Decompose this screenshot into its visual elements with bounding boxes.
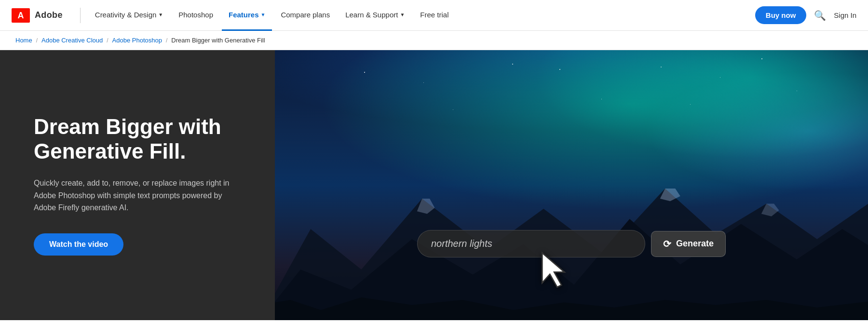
hero-left-panel: Dream Bigger with Generative Fill. Quick…	[0, 50, 275, 320]
generate-label: Generate	[676, 239, 714, 249]
nav-photoshop[interactable]: Photoshop	[172, 0, 220, 31]
breadcrumb-home[interactable]: Home	[15, 37, 32, 44]
svg-marker-5	[660, 189, 680, 201]
mountain-silhouette	[275, 118, 868, 320]
nav-right: Buy now 🔍 Sign In	[755, 6, 856, 24]
breadcrumb-separator: /	[36, 37, 38, 44]
breadcrumb-separator: /	[166, 37, 167, 44]
breadcrumb-photoshop[interactable]: Adobe Photoshop	[112, 37, 162, 44]
buy-now-button[interactable]: Buy now	[755, 6, 807, 24]
nav-free-trial[interactable]: Free trial	[413, 0, 455, 31]
nav-links: Creativity & Design ▼ Photoshop Features…	[88, 0, 755, 31]
breadcrumb-separator: /	[107, 37, 108, 44]
generate-button[interactable]: ⟳ Generate	[651, 231, 726, 257]
breadcrumb-current-page: Dream Bigger with Generative Fill	[171, 37, 265, 44]
watch-video-button[interactable]: Watch the video	[34, 233, 123, 256]
hero-description: Quickly create, add to, remove, or repla…	[34, 177, 236, 214]
search-icon[interactable]: 🔍	[814, 10, 826, 21]
generative-fill-input[interactable]	[417, 230, 645, 257]
generative-fill-ui: ⟳ Generate	[417, 230, 726, 257]
nav-compare-plans[interactable]: Compare plans	[274, 0, 337, 31]
nav-learn-support[interactable]: Learn & Support ▼	[339, 0, 411, 31]
nav-divider	[80, 8, 81, 23]
adobe-logo[interactable]: A Adobe	[12, 8, 63, 23]
sign-in-link[interactable]: Sign In	[834, 11, 856, 19]
adobe-brand-name: Adobe	[35, 10, 63, 20]
generate-icon: ⟳	[663, 238, 671, 250]
breadcrumb: Home / Adobe Creative Cloud / Adobe Phot…	[0, 31, 868, 50]
navbar: A Adobe Creativity & Design ▼ Photoshop …	[0, 0, 868, 31]
hero-title: Dream Bigger with Generative Fill.	[34, 115, 246, 163]
svg-text:A: A	[18, 11, 24, 20]
hero-right-panel: ⟳ Generate	[275, 50, 868, 320]
chevron-down-icon: ▼	[400, 12, 405, 17]
chevron-down-icon: ▼	[158, 12, 163, 17]
adobe-logo-icon: A	[12, 8, 30, 23]
nav-creativity-design[interactable]: Creativity & Design ▼	[88, 0, 170, 31]
hero-section: Dream Bigger with Generative Fill. Quick…	[0, 50, 868, 320]
chevron-down-icon: ▼	[261, 12, 266, 17]
nav-features[interactable]: Features ▼	[222, 0, 272, 31]
breadcrumb-creative-cloud[interactable]: Adobe Creative Cloud	[41, 37, 103, 44]
